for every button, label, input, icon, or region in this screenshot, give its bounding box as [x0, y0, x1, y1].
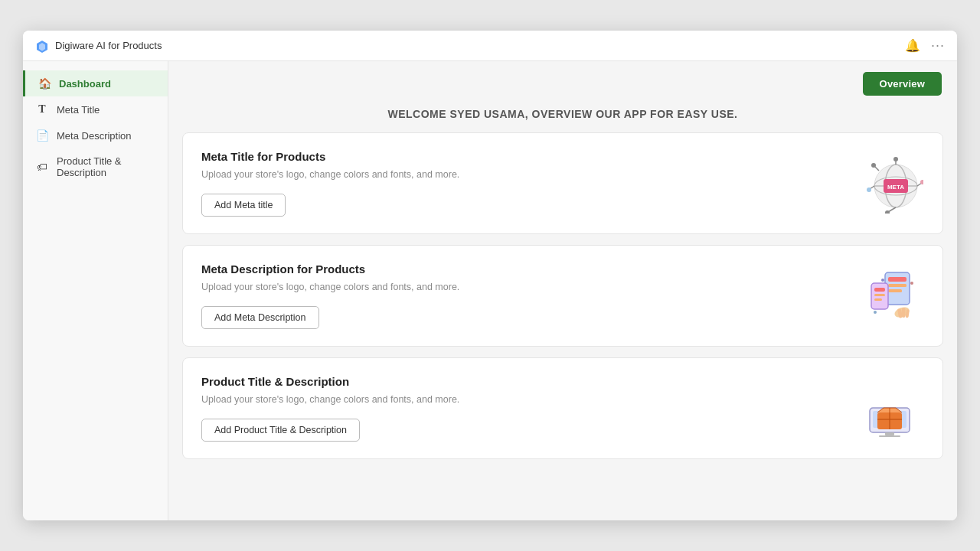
svg-rect-21: [888, 289, 902, 292]
home-icon: 🏠: [38, 77, 51, 90]
sidebar: 🏠 Dashboard T Meta Title 📄 Meta Descript…: [23, 61, 168, 520]
cards-area: Meta Title for Products Upload your stor…: [168, 132, 957, 473]
meta-title-card-title: Meta Title for Products: [201, 150, 843, 163]
sidebar-label-meta-title: Meta Title: [57, 104, 100, 116]
svg-point-15: [871, 163, 876, 168]
sidebar-item-dashboard[interactable]: 🏠 Dashboard: [23, 70, 168, 96]
meta-desc-card-title: Meta Description for Products: [201, 262, 843, 276]
svg-rect-23: [874, 288, 885, 292]
sidebar-label-meta-desc: Meta Description: [57, 130, 132, 142]
sidebar-label-dashboard: Dashboard: [59, 78, 111, 90]
welcome-message: WELCOME SYED USAMA, OVERVIEW OUR APP FOR…: [168, 102, 957, 132]
meta-title-card: Meta Title for Products Upload your stor…: [182, 132, 943, 234]
meta-title-card-content: Meta Title for Products Upload your stor…: [201, 150, 843, 217]
app-body: 🏠 Dashboard T Meta Title 📄 Meta Descript…: [23, 61, 957, 520]
svg-rect-19: [888, 277, 906, 282]
main-content: Overview WELCOME SYED USAMA, OVERVIEW OU…: [168, 61, 957, 520]
app-window: Digiware AI for Products 🔔 ··· 🏠 Dashboa…: [23, 31, 957, 520]
svg-text:META: META: [887, 184, 904, 191]
svg-rect-20: [888, 284, 906, 287]
add-product-title-desc-button[interactable]: Add Product Title & Description: [201, 419, 360, 442]
svg-point-30: [881, 279, 884, 282]
meta-desc-card-desc: Upload your store's logo, change colors …: [201, 282, 843, 292]
meta-title-illustration: META: [855, 153, 924, 214]
sidebar-label-product: Product Title & Description: [57, 155, 155, 178]
svg-rect-28: [902, 308, 906, 318]
sidebar-item-meta-title[interactable]: T Meta Title: [23, 96, 168, 122]
bell-icon[interactable]: 🔔: [905, 38, 920, 53]
product-card-desc: Upload your store's logo, change colors …: [201, 394, 843, 405]
titlebar-actions: 🔔 ···: [905, 37, 945, 54]
product-illustration: [855, 378, 924, 439]
overview-button[interactable]: Overview: [863, 72, 942, 96]
titlebar: Digiware AI for Products 🔔 ···: [23, 31, 957, 61]
svg-rect-24: [874, 294, 885, 296]
meta-title-card-desc: Upload your store's logo, change colors …: [201, 169, 843, 180]
app-title: Digiware AI for Products: [55, 40, 162, 51]
add-meta-desc-button[interactable]: Add Meta Description: [201, 306, 319, 329]
product-card-title: Product Title & Description: [201, 375, 843, 388]
more-icon[interactable]: ···: [931, 37, 945, 54]
meta-desc-card-content: Meta Description for Products Upload you…: [201, 262, 843, 329]
doc-icon: 📄: [35, 129, 49, 142]
meta-desc-illustration: [855, 266, 924, 327]
svg-point-32: [874, 311, 877, 314]
app-logo: [35, 39, 49, 53]
meta-desc-card: Meta Description for Products Upload you…: [182, 245, 943, 347]
svg-rect-35: [885, 432, 894, 435]
tag-icon: 🏷: [35, 161, 49, 173]
sidebar-item-product-title-desc[interactable]: 🏷 Product Title & Description: [23, 148, 168, 185]
text-icon: T: [35, 103, 49, 116]
main-header: Overview: [168, 61, 957, 102]
add-meta-title-button[interactable]: Add Meta title: [201, 194, 286, 217]
svg-point-13: [867, 187, 871, 192]
svg-rect-36: [879, 435, 900, 437]
svg-line-10: [888, 207, 896, 212]
svg-point-7: [893, 157, 898, 161]
svg-point-31: [910, 282, 913, 285]
product-card-content: Product Title & Description Upload your …: [201, 375, 843, 442]
product-card: Product Title & Description Upload your …: [182, 357, 943, 459]
svg-rect-25: [874, 298, 882, 301]
sidebar-item-meta-desc[interactable]: 📄 Meta Description: [23, 122, 168, 148]
